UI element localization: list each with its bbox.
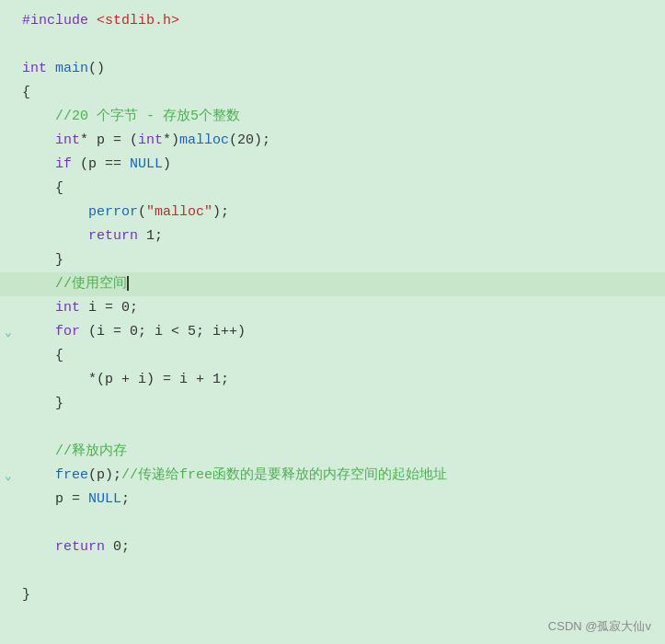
- line-content-1: #include <stdlib.h>: [17, 9, 665, 33]
- line-indicator-6: [0, 129, 17, 153]
- line-content-6: int* p = (int*)malloc(20);: [17, 129, 665, 153]
- line-content-20: free(p);//传递给free函数的是要释放的内存空间的起始地址: [17, 464, 665, 488]
- line-17: }: [0, 392, 665, 416]
- line-indicator-4: [0, 81, 17, 105]
- line-content-18: [17, 416, 665, 440]
- line-23: return 0;: [0, 535, 665, 559]
- line-indicator-18: [0, 416, 17, 440]
- line-indicator-25: [0, 583, 17, 607]
- line-indicator-14: ⌄: [0, 320, 17, 344]
- line-5: //20 个字节 - 存放5个整数: [0, 105, 665, 129]
- line-24: [0, 559, 665, 583]
- line-22: [0, 512, 665, 535]
- line-8: {: [0, 177, 665, 201]
- line-content-5: //20 个字节 - 存放5个整数: [17, 105, 665, 129]
- comment-4: //传递给free函数的是要释放的内存空间的起始地址: [121, 467, 447, 483]
- line-content-24: [17, 559, 665, 583]
- line-indicator-19: [0, 440, 17, 464]
- line-content-17: }: [17, 392, 665, 416]
- line-indicator-16: [0, 368, 17, 392]
- line-2: [0, 33, 665, 57]
- line-21: p = NULL;: [0, 488, 665, 512]
- line-14: ⌄ for (i = 0; i < 5; i++): [0, 320, 665, 344]
- keyword-include: #include: [22, 13, 88, 29]
- func-main: main: [55, 61, 88, 76]
- line-indicator-7: [0, 153, 17, 177]
- line-indicator-23: [0, 535, 17, 559]
- line-content-4: {: [17, 81, 665, 105]
- line-3: int main(): [0, 57, 665, 81]
- line-content-3: int main(): [17, 57, 665, 81]
- line-content-22: [17, 512, 665, 535]
- line-indicator-21: [0, 488, 17, 512]
- line-content-8: {: [17, 177, 665, 201]
- line-content-12: //使用空间: [17, 272, 665, 296]
- line-content-21: p = NULL;: [17, 488, 665, 512]
- line-content-16: *(p + i) = i + 1;: [17, 368, 665, 392]
- line-1: #include <stdlib.h>: [0, 9, 665, 33]
- include-file: <stdlib.h>: [97, 13, 179, 29]
- line-16: *(p + i) = i + 1;: [0, 368, 665, 392]
- line-content-25: }: [17, 583, 665, 607]
- line-content-14: for (i = 0; i < 5; i++): [17, 320, 665, 344]
- line-25: }: [0, 583, 665, 607]
- line-content-23: return 0;: [17, 535, 665, 559]
- line-indicator-2: [0, 33, 17, 57]
- line-15: {: [0, 344, 665, 368]
- line-9: perror("malloc");: [0, 201, 665, 224]
- line-indicator-13: [0, 296, 17, 320]
- line-indicator-8: [0, 177, 17, 201]
- line-indicator-10: [0, 224, 17, 248]
- comment-2: //使用空间: [55, 276, 127, 292]
- line-18: [0, 416, 665, 440]
- line-19: //释放内存: [0, 440, 665, 464]
- line-indicator-17: [0, 392, 17, 416]
- fold-arrow-2[interactable]: ⌄: [5, 468, 12, 483]
- line-indicator-5: [0, 105, 17, 129]
- line-indicator-3: [0, 57, 17, 81]
- fold-arrow-1[interactable]: ⌄: [5, 325, 12, 339]
- line-indicator-1: [0, 9, 17, 33]
- line-4: {: [0, 81, 665, 105]
- line-indicator-20: ⌄: [0, 464, 17, 488]
- line-content-19: //释放内存: [17, 440, 665, 464]
- line-indicator-22: [0, 512, 17, 535]
- line-content-15: {: [17, 344, 665, 368]
- line-content-2: [17, 33, 665, 57]
- line-indicator-15: [0, 344, 17, 368]
- line-10: return 1;: [0, 224, 665, 248]
- line-13: int i = 0;: [0, 296, 665, 320]
- code-editor: #include <stdlib.h> int main() { //20 个字…: [0, 0, 665, 644]
- line-indicator-24: [0, 559, 17, 583]
- line-content-7: if (p == NULL): [17, 153, 665, 177]
- comment-1: //20 个字节 - 存放5个整数: [55, 109, 240, 124]
- watermark: CSDN @孤寂大仙v: [548, 618, 651, 635]
- keyword-int: int: [22, 61, 47, 76]
- line-content-13: int i = 0;: [17, 296, 665, 320]
- line-12: //使用空间: [0, 272, 665, 296]
- comment-3: //释放内存: [55, 443, 127, 459]
- line-indicator-11: [0, 248, 17, 272]
- line-6: int* p = (int*)malloc(20);: [0, 129, 665, 153]
- line-11: }: [0, 248, 665, 272]
- line-indicator-12: [0, 272, 17, 296]
- line-7: if (p == NULL): [0, 153, 665, 177]
- line-20: ⌄ free(p);//传递给free函数的是要释放的内存空间的起始地址: [0, 464, 665, 488]
- line-content-11: }: [17, 248, 665, 272]
- line-content-10: return 1;: [17, 224, 665, 248]
- line-content-9: perror("malloc");: [17, 201, 665, 224]
- line-indicator-9: [0, 201, 17, 224]
